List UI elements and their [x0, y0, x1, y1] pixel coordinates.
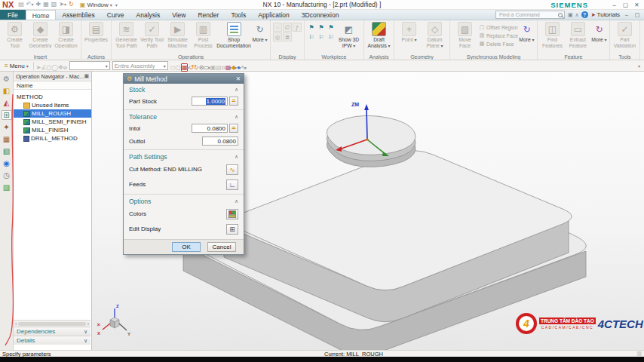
copy-icon[interactable]: ▦ [43, 1, 49, 8]
section-header-tolerance[interactable]: Tolerance [124, 111, 244, 121]
nav-row-unused-items[interactable]: Unused Items [14, 101, 91, 109]
feeds-button[interactable]: ∟ [226, 179, 238, 190]
formula-toggle-button[interactable]: = [229, 124, 238, 133]
save-icon[interactable]: ▤ [18, 1, 24, 8]
ribbon-group-synchronous-modeling: ▧Move Face▢Offset Region▨Replace Face▩De… [450, 20, 538, 60]
history-icon[interactable]: ◷ [2, 170, 12, 180]
web-browser-icon[interactable]: ◉ [2, 158, 12, 168]
more-button[interactable]: ↻More ▾ [252, 21, 268, 44]
screens-icon[interactable]: ▣ [568, 12, 573, 18]
nav-row-mill-finish[interactable]: MILL_FINISH [14, 126, 91, 134]
nav-row-method[interactable]: METHOD [14, 93, 91, 101]
selection-filter-combo[interactable] [69, 61, 110, 70]
selection-scope-combo[interactable]: Entire Assembly [112, 61, 168, 70]
repeat-command-icon[interactable]: ↻ [69, 1, 74, 8]
paste-icon[interactable]: ✚ [36, 1, 41, 8]
nav-row-mill-semi-finish[interactable]: MILL_SEMI_FINISH [14, 118, 91, 126]
tab-application[interactable]: Application [252, 10, 296, 20]
section-header-stock[interactable]: Stock [124, 84, 244, 94]
gouge-check-icon[interactable]: ⚑ [327, 23, 336, 32]
scroll-thumb[interactable] [18, 322, 85, 326]
formula-toggle-button[interactable]: = [229, 97, 238, 106]
menu-button[interactable]: Menu [2, 63, 31, 69]
cancel-button[interactable]: Cancel [207, 242, 236, 252]
tab-tools[interactable]: Tools [225, 10, 252, 20]
reuse-library-icon[interactable]: ▦ [2, 134, 12, 144]
tab-curve[interactable]: Curve [101, 10, 130, 20]
machining-wizard-icon[interactable]: ✦ [2, 122, 12, 132]
command-input[interactable] [498, 11, 558, 18]
edit-display-button[interactable]: ⊞ [226, 224, 238, 235]
create-operation-icon: ◨ [59, 22, 73, 36]
tab-3dconnexion[interactable]: 3Dconnexion [296, 10, 345, 20]
minimize-button[interactable] [609, 2, 619, 8]
orient-up-icon[interactable]: ↺ [189, 64, 194, 71]
list-tool-path-icon[interactable]: ⚐ [317, 32, 326, 41]
tool-path-report-icon[interactable]: ⚐ [327, 32, 336, 41]
part-boss[interactable] [327, 115, 416, 167]
tab-file[interactable]: File [0, 10, 26, 20]
operation-navigator-icon[interactable]: ⊞ [2, 110, 12, 120]
panel-window-icon[interactable] [84, 73, 89, 79]
tab-render[interactable]: Render [192, 10, 225, 20]
dialog-close-icon[interactable] [236, 75, 241, 82]
toolbar-options-icon[interactable] [638, 63, 642, 69]
minimize-ribbon-icon[interactable]: ∧ [575, 12, 579, 18]
replay-tool-path-icon[interactable]: ⚑ [317, 23, 326, 32]
help-icon[interactable]: ? [581, 11, 588, 18]
show-3d-ipw-button[interactable]: ◩Show 3D IPW ▾ [336, 21, 361, 48]
clipboard-icon[interactable]: ▧ [51, 1, 57, 8]
scroll-left-icon[interactable] [15, 321, 17, 327]
outtol-input[interactable]: 0.0800 [202, 137, 238, 146]
more-icon: ↻ [520, 22, 534, 36]
doc-restore-icon[interactable] [633, 12, 641, 18]
tab-assemblies[interactable]: Assemblies [56, 10, 100, 20]
dependencies-panel-bar[interactable]: Dependencies [14, 327, 90, 336]
selection-icon[interactable]: ➤▾ [59, 1, 66, 8]
undo-icon[interactable]: ↶▾ [26, 1, 34, 8]
colors-icon [228, 210, 236, 218]
navigator-hscrollbar[interactable] [14, 320, 90, 327]
create-tool-button: ⚙Create Tool [2, 21, 27, 48]
more-button[interactable]: ↻More ▾ [591, 21, 607, 44]
tab-home[interactable]: Home [26, 10, 57, 20]
customize-quick-access-icon[interactable] [115, 2, 118, 8]
close-button[interactable] [632, 2, 642, 8]
assembly-navigator-icon[interactable]: ◧ [2, 86, 12, 96]
tutorials-button[interactable]: Tutorials [591, 11, 620, 18]
colors-button[interactable] [226, 209, 238, 219]
shop-documentation-button[interactable]: Shop Documentation [216, 21, 251, 48]
scroll-right-icon[interactable] [87, 321, 89, 327]
command-finder[interactable] [495, 11, 565, 19]
tab-view[interactable]: View [166, 10, 192, 20]
section-header-options[interactable]: Options [124, 195, 244, 206]
cut-method-button[interactable]: ∿ [226, 164, 238, 175]
window-menu-button[interactable]: Window [80, 2, 112, 8]
hd3d-tools-icon[interactable]: ▧ [2, 146, 12, 156]
details-panel-bar[interactable]: Details [14, 336, 90, 345]
roles-icon[interactable]: ⚙ [2, 74, 12, 84]
dialog-gear-icon [127, 75, 132, 82]
hide-tool-path-icon[interactable]: ⚐ [307, 32, 316, 41]
nav-row-mill-rough[interactable]: MILL_ROUGH [14, 109, 91, 118]
dialog-title-bar[interactable]: Mill Method [124, 74, 244, 84]
chevron-down-icon [106, 63, 108, 69]
part-stock-input[interactable]: 1.0000 [192, 97, 228, 106]
restore-button[interactable] [621, 2, 630, 8]
system-materials-icon[interactable]: ▨ [2, 183, 12, 192]
row-cut-method-end-milling: Cut Method: END MILLING∿ [129, 162, 238, 176]
draft-analysis-button[interactable]: Draft Analysis ▾ [366, 21, 391, 48]
show-tool-path-icon[interactable]: ⚑ [307, 23, 316, 32]
tab-analysis[interactable]: Analysis [130, 10, 167, 20]
nav-row-drill-method[interactable]: DRILL_METHOD [14, 134, 91, 143]
constraint-navigator-icon[interactable]: ◭ [2, 98, 12, 108]
intol-input[interactable]: 0.0800 [192, 124, 228, 133]
more-button[interactable]: ↻More ▾ [519, 21, 535, 44]
generate-tool-path-button: ≋Generate Tool Path [114, 21, 139, 48]
column-header-name[interactable]: Name [14, 81, 91, 90]
orient-down-icon[interactable]: ↻ [194, 64, 199, 71]
doc-minimize-icon[interactable] [623, 12, 630, 17]
ok-button[interactable]: OK [172, 242, 201, 252]
view-triad[interactable]: X Y Z [97, 304, 130, 336]
section-header-path-settings[interactable]: Path Settings [124, 151, 244, 161]
